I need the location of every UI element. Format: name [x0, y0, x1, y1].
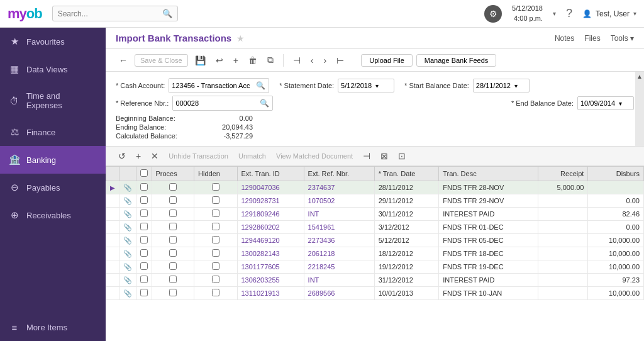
- hidden-checkbox[interactable]: [212, 289, 219, 296]
- cash-account-input[interactable]: [169, 79, 253, 92]
- start-balance-input[interactable]: 28/11/2012 ▾: [473, 79, 530, 92]
- notes-button[interactable]: Notes: [555, 34, 574, 43]
- help-icon[interactable]: ?: [566, 7, 572, 20]
- row-checkbox[interactable]: [140, 236, 148, 243]
- save-icon[interactable]: 💾: [192, 53, 209, 67]
- first-page-icon[interactable]: ⊣: [290, 53, 304, 67]
- datetime-chevron-icon[interactable]: ▾: [553, 10, 556, 17]
- bookmark-icon[interactable]: ★: [236, 33, 245, 43]
- row-checkbox[interactable]: [140, 262, 148, 270]
- row-checkbox[interactable]: [140, 223, 148, 230]
- search-input[interactable]: [58, 9, 162, 18]
- hidden-checkbox[interactable]: [212, 223, 219, 230]
- process-checkbox[interactable]: [169, 196, 177, 204]
- row-expand-icon[interactable]: ▶: [110, 184, 115, 191]
- ext-ref-nbr-cell: 2273436: [304, 234, 374, 247]
- fit-col-icon[interactable]: ⊣: [360, 150, 373, 162]
- manage-bank-feeds-button[interactable]: Manage Bank Feeds: [416, 54, 497, 67]
- tran-desc-cell: FNDS TFR 10-JAN: [439, 287, 538, 300]
- scroll-up-icon[interactable]: ▲: [635, 72, 644, 81]
- sidebar-item-finance[interactable]: ⚖ Finance: [0, 118, 106, 146]
- hidden-checkbox[interactable]: [212, 276, 219, 283]
- sidebar-item-time-expenses[interactable]: ⏱ Time and Expenses: [0, 83, 106, 118]
- receipt-cell: [538, 247, 588, 260]
- hidden-checkbox[interactable]: [212, 236, 219, 243]
- time: 4:00 p.m.: [512, 14, 543, 23]
- process-checkbox[interactable]: [169, 210, 177, 217]
- save-close-button[interactable]: Save & Close: [135, 54, 188, 67]
- row-checkbox[interactable]: [140, 210, 148, 217]
- reference-search-icon[interactable]: 🔍: [257, 99, 272, 108]
- column-config-icon[interactable]: ⊡: [396, 150, 408, 162]
- last-page-icon[interactable]: ⊢: [333, 53, 347, 67]
- hidden-checkbox[interactable]: [212, 183, 219, 191]
- view-matched-document-button: View Matched Document: [274, 151, 355, 161]
- process-checkbox[interactable]: [169, 223, 177, 230]
- hidden-checkbox[interactable]: [212, 249, 219, 257]
- hidden-checkbox[interactable]: [212, 210, 219, 217]
- page-title: Import Bank Transactions: [116, 33, 231, 43]
- disburse-cell: 10,000.00: [588, 287, 644, 300]
- sidebar-item-payables[interactable]: ⊖ Payables: [0, 174, 106, 201]
- row-checkbox-cell: [136, 208, 152, 221]
- process-checkbox[interactable]: [169, 262, 177, 270]
- prev-icon[interactable]: ‹: [308, 53, 317, 67]
- process-checkbox[interactable]: [169, 289, 177, 296]
- delete-icon[interactable]: 🗑: [245, 53, 260, 67]
- add-icon[interactable]: +: [230, 53, 242, 67]
- statement-date-group: * Statement Date: 5/12/2018 ▾: [279, 79, 394, 92]
- sidebar-item-banking[interactable]: 🏦 Banking: [0, 146, 106, 174]
- tools-button[interactable]: Tools ▾: [611, 34, 634, 43]
- process-checkbox[interactable]: [169, 236, 177, 243]
- form-scrollbar[interactable]: ▲: [635, 72, 644, 146]
- search-bar[interactable]: 🔍: [52, 6, 178, 21]
- ext-tran-id-cell: 1300282143: [237, 247, 304, 260]
- row-checkbox[interactable]: [140, 196, 148, 204]
- user-chevron-icon[interactable]: ▾: [633, 10, 636, 17]
- beginning-balance-item: Beginning Balance: 0.00: [116, 115, 634, 122]
- refresh-button[interactable]: ↺: [116, 150, 128, 162]
- upload-file-button[interactable]: Upload File: [361, 54, 413, 67]
- hidden-checkbox[interactable]: [212, 262, 219, 270]
- table-delete-button[interactable]: ✕: [148, 150, 161, 162]
- back-icon[interactable]: ←: [116, 53, 131, 67]
- row-arrow-cell: ▶: [106, 181, 119, 194]
- next-icon[interactable]: ›: [321, 53, 330, 67]
- beginning-balance-value: 0.00: [203, 115, 253, 122]
- tran-date-cell: 19/12/2012: [374, 260, 439, 274]
- table-add-button[interactable]: +: [133, 150, 143, 162]
- tran-date-cell: 18/12/2012: [374, 247, 439, 260]
- row-checkbox[interactable]: [140, 276, 148, 283]
- statement-date-chevron-icon[interactable]: ▾: [375, 82, 379, 89]
- cash-account-search-icon[interactable]: 🔍: [253, 81, 269, 90]
- start-date-chevron-icon[interactable]: ▾: [514, 82, 518, 89]
- process-checkbox[interactable]: [169, 276, 177, 283]
- receipt-cell: [538, 221, 588, 234]
- export-icon[interactable]: ⊠: [378, 150, 391, 162]
- sidebar-item-favourites[interactable]: ★ Favourites: [0, 28, 106, 55]
- row-checkbox[interactable]: [140, 249, 148, 257]
- process-checkbox[interactable]: [169, 183, 177, 191]
- row-checkbox[interactable]: [140, 289, 148, 296]
- row-arrow-cell: [106, 234, 119, 247]
- row-checkbox[interactable]: [140, 183, 148, 191]
- statement-date-select[interactable]: 5/12/2018 ▾: [338, 79, 394, 92]
- tran-desc-cell: FNDS TFR 18-DEC: [439, 247, 538, 260]
- end-date-chevron-icon[interactable]: ▾: [619, 100, 622, 107]
- sidebar-item-receivables[interactable]: ⊕ Receivables: [0, 201, 106, 229]
- end-balance-input[interactable]: 10/09/2014 ▾: [577, 96, 634, 110]
- ext-ref-nbr-cell: 1070502: [304, 194, 374, 208]
- sidebar-item-more-items[interactable]: ≡ More Items: [0, 314, 106, 341]
- files-button[interactable]: Files: [584, 34, 600, 43]
- process-checkbox[interactable]: [169, 249, 177, 257]
- copy-icon[interactable]: ⧉: [264, 53, 277, 67]
- settings-icon[interactable]: ⚙: [484, 5, 502, 23]
- reference-input[interactable]: [173, 96, 257, 110]
- undo-icon[interactable]: ↩: [213, 53, 226, 67]
- hidden-checkbox[interactable]: [212, 196, 219, 204]
- sidebar-item-data-views[interactable]: ▦ Data Views: [0, 55, 106, 83]
- page-title-row: Import Bank Transactions ★: [116, 33, 245, 43]
- select-all-checkbox[interactable]: [140, 169, 148, 177]
- bank-icon: 🏦: [9, 154, 20, 165]
- attachment-icon: 📎: [123, 276, 132, 284]
